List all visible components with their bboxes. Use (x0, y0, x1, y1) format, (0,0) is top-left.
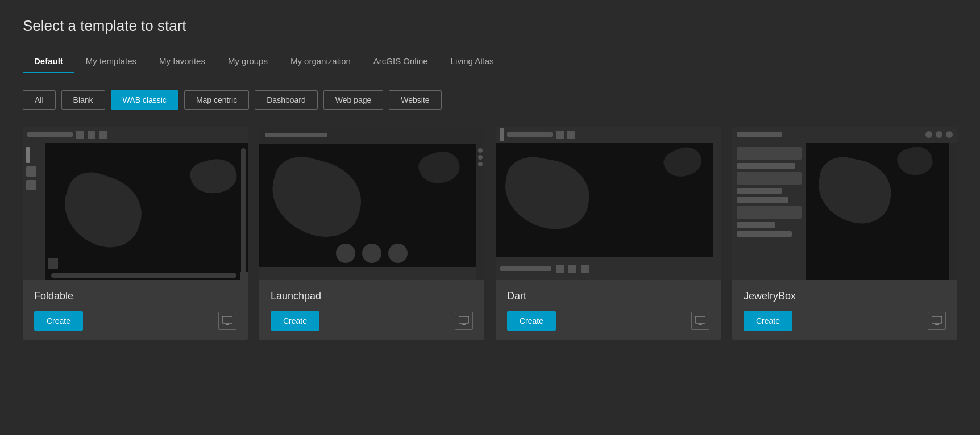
launchpad-preview-icon[interactable] (455, 312, 473, 330)
card-launchpad: Launchpad Create (259, 127, 484, 340)
jewelrybox-preview-icon[interactable] (928, 312, 946, 330)
dart-bottom-bar-inner1 (500, 266, 551, 271)
mini-sq2 (48, 258, 58, 269)
filter-all[interactable]: All (23, 90, 56, 110)
tab-default[interactable]: Default (23, 51, 74, 73)
launchpad-create-button[interactable]: Create (271, 311, 319, 331)
page-title: Select a template to start (23, 17, 957, 35)
launchpad-circles (336, 244, 408, 263)
foldable-toolbar (23, 127, 248, 143)
lp-bottom (259, 267, 476, 280)
card-dart: Dart Create (496, 127, 721, 340)
dart-bottom-sq2 (568, 265, 576, 273)
lp-circle2 (362, 244, 381, 263)
svg-rect-11 (933, 325, 940, 325)
jewelrybox-create-button[interactable]: Create (744, 311, 792, 331)
lp-circle1 (336, 244, 355, 263)
card-jewelrybox: JewelryBox Create (732, 127, 957, 340)
jewelrybox-preview (732, 127, 957, 280)
dart-create-button[interactable]: Create (507, 311, 556, 331)
mini-sq1 (240, 272, 248, 280)
tab-arcgis-online[interactable]: ArcGIS Online (362, 51, 439, 73)
dart-toolbar-sq2 (567, 131, 575, 139)
filter-map-centric[interactable]: Map centric (184, 90, 249, 110)
svg-rect-3 (459, 316, 469, 323)
svg-rect-4 (462, 324, 466, 325)
scrollbar-h (51, 273, 236, 278)
scroll-dot1 (478, 148, 483, 153)
tab-my-favorites[interactable]: My favorites (148, 51, 217, 73)
foldable-info: Foldable Create (23, 280, 248, 340)
tab-my-templates[interactable]: My templates (74, 51, 148, 73)
toolbar-bar (27, 132, 73, 137)
foldable-preview (23, 127, 248, 280)
filter-dashboard[interactable]: Dashboard (255, 90, 318, 110)
dart-toolbar (496, 127, 721, 143)
filter-wab-classic[interactable]: WAB classic (111, 90, 178, 110)
foldable-name: Foldable (34, 290, 236, 302)
jb-circle2 (936, 131, 942, 138)
scroll-dot3 (478, 162, 483, 166)
scrollbar-v (241, 148, 246, 274)
tab-my-organization[interactable]: My organization (279, 51, 362, 73)
svg-rect-0 (222, 316, 232, 323)
dart-sidebar (713, 143, 721, 280)
sidebar-icon1 (26, 147, 30, 163)
jb-item3 (737, 197, 788, 203)
tabs-container: Default My templates My favorites My gro… (23, 51, 957, 73)
filter-web-page[interactable]: Web page (323, 90, 384, 110)
dart-blob2 (660, 142, 705, 183)
lp-scrollbar (476, 144, 484, 280)
jb-circle1 (925, 131, 932, 138)
lp-blob2 (416, 147, 464, 190)
svg-rect-1 (226, 324, 229, 325)
foldable-sidebar (23, 143, 45, 280)
jb-block1 (737, 147, 802, 160)
svg-rect-8 (697, 325, 704, 325)
svg-rect-5 (460, 325, 467, 325)
svg-rect-7 (699, 324, 702, 325)
toolbar-sq2 (88, 131, 95, 139)
jb-block2 (737, 172, 802, 185)
dart-actions: Create (507, 311, 709, 331)
tab-living-atlas[interactable]: Living Atlas (439, 51, 505, 73)
toolbar-sq1 (76, 131, 84, 139)
dart-bottom-bar (496, 257, 713, 280)
sidebar-icon2 (26, 166, 36, 177)
dart-bottom-sq3 (581, 265, 589, 273)
jb-block3 (737, 206, 802, 219)
dart-preview-icon[interactable] (691, 312, 709, 330)
launchpad-name: Launchpad (271, 290, 473, 302)
jb-item4 (737, 222, 775, 228)
lp-blob1 (263, 150, 369, 245)
svg-rect-6 (695, 316, 705, 323)
svg-rect-2 (224, 325, 231, 325)
dart-preview (496, 127, 721, 280)
launchpad-toolbar (259, 127, 484, 144)
launchpad-actions: Create (271, 311, 473, 331)
jewelrybox-actions: Create (744, 311, 946, 331)
jb-item1 (737, 163, 795, 169)
filter-blank[interactable]: Blank (61, 90, 105, 110)
lp-toolbar-bar (265, 133, 327, 137)
jewelrybox-info: JewelryBox Create (732, 280, 957, 340)
jb-scrollbar (949, 143, 957, 280)
jb-toolbar (732, 127, 957, 143)
filter-website[interactable]: Website (389, 90, 441, 110)
jewelrybox-name: JewelryBox (744, 290, 946, 302)
foldable-preview-icon[interactable] (218, 312, 236, 330)
scroll-dot2 (478, 155, 483, 160)
sidebar-icon3 (26, 180, 36, 190)
foldable-map (45, 143, 248, 280)
filters-container: All Blank WAB classic Map centric Dashbo… (23, 90, 957, 110)
jb-item5 (737, 231, 792, 237)
foldable-create-button[interactable]: Create (34, 311, 83, 331)
dart-name: Dart (507, 290, 709, 302)
map-blob1 (53, 165, 152, 257)
cards-container: Foldable Create (23, 127, 957, 340)
dart-info: Dart Create (496, 280, 721, 340)
dart-toolbar-sq1 (556, 131, 564, 139)
tab-my-groups[interactable]: My groups (217, 51, 279, 73)
dart-map (496, 143, 713, 257)
jb-toolbar-bar (737, 132, 782, 137)
